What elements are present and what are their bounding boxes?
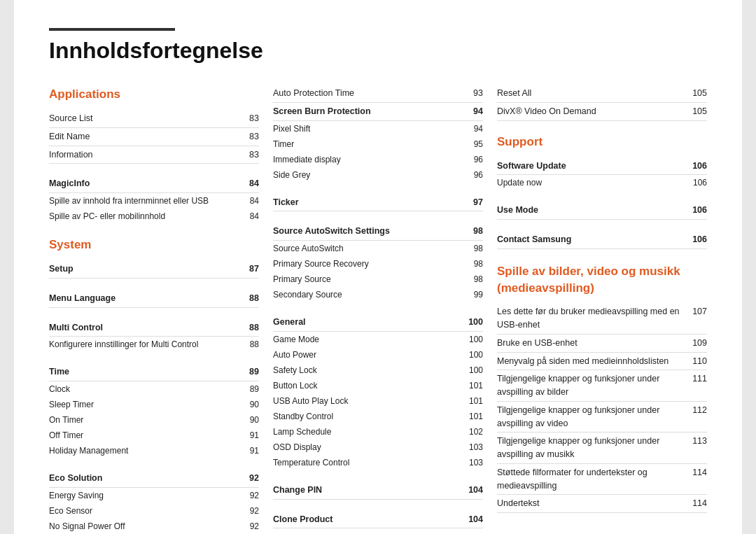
row-label: Spille av innhold fra internminnet eller…: [49, 195, 239, 207]
table-row: Clock 89: [49, 381, 259, 397]
software-update-group: Software Update 106 Update now 106: [497, 157, 707, 191]
row-num: 95: [463, 138, 483, 150]
row-num: 103: [463, 456, 483, 469]
table-row: DivX® Video On Demand 105: [497, 103, 707, 121]
row-num: 114: [687, 497, 707, 510]
row-num: 106: [687, 160, 707, 173]
row-label: Side Grey: [273, 169, 463, 181]
row-label: Contact Samsung: [497, 233, 687, 246]
row-label: Update now: [497, 176, 687, 189]
row-num: 112: [687, 404, 707, 417]
table-row: Tilgjengelige knapper og funksjoner unde…: [497, 402, 707, 433]
row-label: Edit Name: [49, 130, 239, 143]
table-row: Side Grey 96: [273, 167, 483, 183]
table-row: Auto Power 100: [273, 347, 483, 363]
row-label: General: [273, 316, 463, 329]
table-row: Software Update 106: [497, 157, 707, 176]
row-label: Temperature Control: [273, 456, 463, 469]
menu-language-group: Menu Language 88: [49, 290, 259, 308]
column-1: Applications Source List 83 Edit Name 83…: [49, 85, 273, 534]
table-row: General 100: [273, 314, 483, 332]
table-row: Game Mode 100: [273, 332, 483, 347]
row-num: 106: [687, 233, 707, 246]
row-num: 84: [239, 177, 259, 190]
row-num: 114: [687, 466, 707, 479]
table-row: Multi Control 88: [49, 319, 259, 337]
row-label: Clone Product: [273, 513, 463, 526]
multi-control-group: Multi Control 88 Konfigurere innstilling…: [49, 319, 259, 353]
row-num: 98: [463, 258, 483, 270]
table-row: No Signal Power Off 92: [49, 519, 259, 534]
table-row: Spille av PC- eller mobilinnhold 84: [49, 209, 259, 224]
row-num: 99: [463, 288, 483, 301]
row-label: Screen Burn Protection: [273, 105, 463, 118]
row-num: 90: [239, 414, 259, 426]
row-num: 107: [687, 305, 707, 318]
row-label: USB Auto Play Lock: [273, 395, 463, 407]
row-label: Safety Lock: [273, 364, 463, 377]
row-num: 90: [239, 398, 259, 411]
row-label: Primary Source Recovery: [273, 258, 463, 270]
table-row: Sleep Timer 90: [49, 397, 259, 412]
row-label: Setup: [49, 262, 239, 276]
table-row: Screen Burn Protection 94: [273, 103, 483, 121]
row-num: 88: [239, 338, 259, 351]
row-label: Primary Source: [273, 273, 463, 286]
table-row: Change PIN 104: [273, 482, 483, 500]
table-row: Secondary Source 99: [273, 287, 483, 302]
row-num: 89: [239, 365, 259, 379]
contact-samsung-group: Contact Samsung 106: [497, 231, 707, 249]
row-num: 97: [463, 196, 483, 209]
row-label: Auto Protection Time: [273, 87, 463, 100]
row-label: Immediate display: [273, 153, 463, 166]
row-num: 110: [687, 355, 707, 368]
table-row: Lamp Schedule 102: [273, 424, 483, 440]
row-label: Tilgjengelige knapper og funksjoner unde…: [497, 372, 687, 399]
source-autoswitch-group: Source AutoSwitch Settings 98 Source Aut…: [273, 223, 483, 302]
row-num: 106: [687, 204, 707, 217]
table-row: OSD Display 103: [273, 440, 483, 455]
table-row: Safety Lock 100: [273, 363, 483, 378]
row-num: 113: [687, 435, 707, 448]
app-items-group: Source List 83 Edit Name 83 Information …: [49, 110, 259, 164]
row-label: On Timer: [49, 414, 239, 426]
table-row: Energy Saving 92: [49, 488, 259, 503]
table-row: Les dette før du bruker medieavspilling …: [497, 303, 707, 335]
row-num: 104: [463, 513, 483, 526]
row-num: 92: [239, 472, 259, 485]
row-label: Information: [49, 148, 239, 162]
row-num: 98: [463, 273, 483, 286]
eco-solution-group: Eco Solution 92 Energy Saving 92 Eco Sen…: [49, 470, 259, 534]
row-num: 100: [463, 364, 483, 377]
row-num: 102: [463, 426, 483, 438]
page: Innholdsfortegnelse Applications Source …: [14, 0, 742, 534]
table-row: Timer 95: [273, 136, 483, 152]
row-num: 98: [463, 242, 483, 255]
row-label: Clock: [49, 383, 239, 395]
row-label: Holiday Management: [49, 444, 239, 457]
table-row: Clone Product 104: [273, 511, 483, 529]
row-num: 88: [239, 292, 259, 305]
row-num: 91: [239, 429, 259, 442]
row-label: Tilgjengelige knapper og funksjoner unde…: [497, 404, 687, 430]
row-num: 104: [463, 484, 483, 497]
table-row: Pixel Shift 94: [273, 121, 483, 136]
row-num: 92: [239, 489, 259, 502]
table-row: Update now 106: [497, 175, 707, 190]
time-group: Time 89 Clock 89 Sleep Timer 90 On Timer…: [49, 363, 259, 458]
table-row: Use Mode 106: [497, 202, 707, 220]
title-bar: [49, 28, 175, 31]
row-label: OSD Display: [273, 441, 463, 454]
row-label: Menu Language: [49, 292, 239, 305]
row-num: 83: [239, 112, 259, 125]
table-row: Source AutoSwitch Settings 98: [273, 223, 483, 241]
row-label: Game Mode: [273, 333, 463, 346]
row-label: Source AutoSwitch Settings: [273, 225, 463, 238]
row-num: 101: [463, 379, 483, 392]
system-section: System Setup 87 Menu Language 88 Mult: [49, 238, 259, 534]
row-num: 89: [239, 383, 259, 395]
general-group: General 100 Game Mode 100 Auto Power 100…: [273, 314, 483, 470]
table-row: Button Lock 101: [273, 378, 483, 393]
row-num: 91: [239, 444, 259, 457]
table-row: Menu Language 88: [49, 290, 259, 308]
